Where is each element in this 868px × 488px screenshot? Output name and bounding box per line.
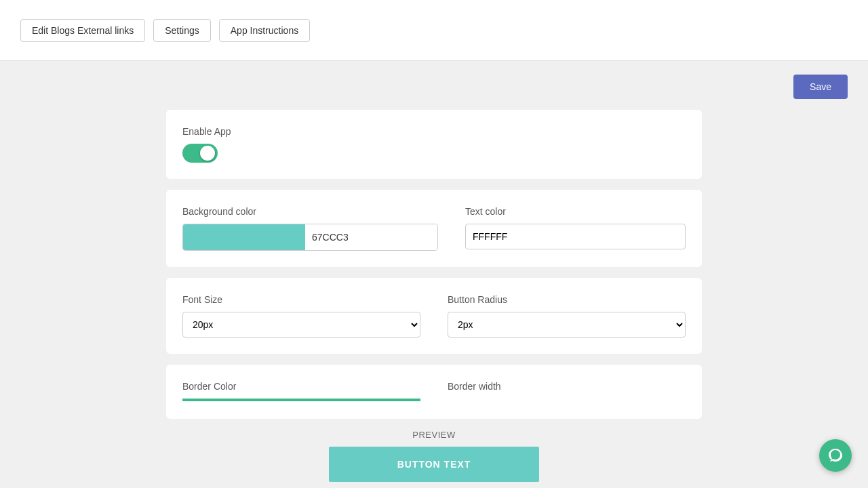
border-width-label: Border width xyxy=(448,381,686,392)
font-size-label: Font Size xyxy=(182,294,420,305)
button-radius-select[interactable]: 0px 1px 2px 4px 6px 8px 12px 16px 50% xyxy=(448,312,686,338)
border-card: Border Color Border width xyxy=(166,365,702,419)
color-card: Background color Text color xyxy=(166,190,702,267)
text-color-label: Text color xyxy=(465,206,686,217)
bg-color-input-wrap xyxy=(182,224,438,251)
border-width-field: Border width xyxy=(448,381,686,399)
chat-icon xyxy=(827,447,844,464)
bg-color-swatch[interactable] xyxy=(183,224,305,250)
edit-blogs-button[interactable]: Edit Blogs External links xyxy=(20,19,145,42)
top-nav: Edit Blogs External links Settings App I… xyxy=(0,0,868,61)
preview-label: PREVIEW xyxy=(166,430,702,440)
button-radius-field: Button Radius 0px 1px 2px 4px 6px 8px 12… xyxy=(448,294,686,338)
bg-color-field: Background color xyxy=(182,206,438,251)
enable-app-toggle-wrap xyxy=(182,144,686,163)
font-size-select[interactable]: 14px 16px 18px 20px 22px 24px 28px 32px xyxy=(182,312,420,338)
border-color-swatch xyxy=(182,399,420,401)
select-row: Font Size 14px 16px 18px 20px 22px 24px … xyxy=(182,294,686,338)
border-color-field: Border Color xyxy=(182,381,420,401)
color-row: Background color Text color xyxy=(182,206,686,251)
chat-bubble[interactable] xyxy=(819,439,852,472)
font-size-field: Font Size 14px 16px 18px 20px 22px 24px … xyxy=(182,294,420,338)
button-radius-label: Button Radius xyxy=(448,294,686,305)
text-color-field: Text color xyxy=(465,206,686,249)
text-color-input[interactable] xyxy=(465,224,686,249)
toggle-track xyxy=(182,144,218,163)
enable-app-toggle[interactable] xyxy=(182,144,218,163)
preview-section: PREVIEW BUTTON TEXT xyxy=(166,430,702,482)
settings-button[interactable]: Settings xyxy=(153,19,211,42)
save-area: Save xyxy=(20,75,848,99)
app-instructions-button[interactable]: App Instructions xyxy=(219,19,310,42)
main-content: Save Enable App Background color xyxy=(0,61,868,488)
save-button[interactable]: Save xyxy=(793,75,848,99)
enable-app-label: Enable App xyxy=(182,126,686,137)
bg-color-label: Background color xyxy=(182,206,438,217)
enable-app-card: Enable App xyxy=(166,110,702,179)
preview-button[interactable]: BUTTON TEXT xyxy=(329,447,539,482)
font-card: Font Size 14px 16px 18px 20px 22px 24px … xyxy=(166,278,702,354)
border-color-inner: Border Color Border width xyxy=(182,381,686,401)
border-color-label: Border Color xyxy=(182,381,420,392)
bg-color-input[interactable] xyxy=(305,224,437,250)
toggle-thumb xyxy=(200,146,215,161)
